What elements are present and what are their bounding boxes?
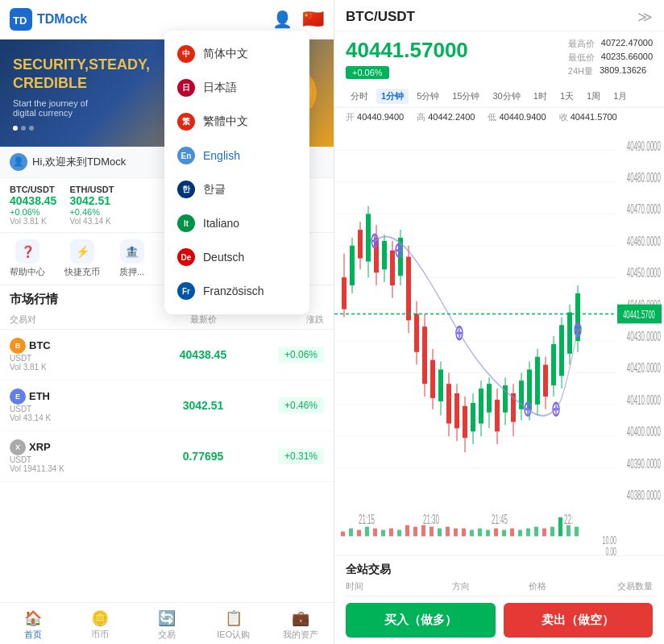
lang-flag-5: It [177, 214, 195, 232]
sell-button[interactable]: 卖出（做空） [504, 603, 654, 638]
xrp-coin-icon: X [10, 439, 26, 455]
lang-label-4: 한글 [203, 182, 226, 197]
svg-rect-127 [454, 529, 458, 537]
nav-assets[interactable]: 💼 我的资产 [267, 608, 334, 642]
time-tab-1月[interactable]: 1月 [608, 89, 632, 104]
user-icon[interactable]: 👤 [272, 10, 293, 29]
svg-text:0.00: 0.00 [605, 545, 616, 555]
svg-rect-136 [526, 529, 530, 537]
svg-rect-81 [551, 344, 556, 385]
btc-price-col: 40438.45 [139, 348, 268, 361]
trade-col-qty: 交易数量 [576, 580, 653, 592]
svg-rect-138 [542, 529, 546, 537]
time-tab-30分钟[interactable]: 30分钟 [488, 89, 525, 104]
svg-rect-113 [341, 531, 345, 536]
home-icon: 🏠 [24, 609, 42, 627]
lang-item-0[interactable]: 中简体中文 [164, 37, 309, 71]
time-tab-15分钟[interactable]: 15分钟 [447, 89, 484, 104]
svg-rect-117 [373, 529, 377, 537]
nav-home[interactable]: 🏠 首页 [0, 608, 67, 642]
close-ohlc-label: 收 40441.5700 [559, 111, 617, 123]
buy-button[interactable]: 买入（做多） [346, 603, 496, 638]
lang-label-7: Französisch [203, 285, 264, 297]
eth-vol: Vol 43.14 K [10, 413, 139, 422]
svg-text:40480.0000: 40480.0000 [627, 171, 661, 185]
chart-area: 40490.0000 40480.0000 40470.0000 40460.0… [334, 127, 664, 555]
ticker-eth[interactable]: ETH/USDT 3042.51 +0.46% Vol 43.14 K [69, 185, 114, 226]
eth-pair-name: E ETH [10, 388, 139, 405]
ticker-eth-price: 3042.51 [69, 194, 114, 207]
lang-item-2[interactable]: 繁繁體中文 [164, 105, 309, 139]
xrp-pair-col: X XRP USDT Vol 19411.34 K [10, 439, 139, 473]
lang-label-6: Deutsch [203, 251, 244, 264]
svg-rect-119 [389, 529, 393, 537]
market-row-eth[interactable]: E ETH USDT Vol 43.14 K 3042.51 +0.46% [0, 380, 334, 431]
pledge-icon: 🏦 [120, 239, 144, 264]
ticker-eth-vol: Vol 43.14 K [69, 217, 114, 226]
time-tab-1天[interactable]: 1天 [555, 89, 579, 104]
assets-icon: 💼 [292, 609, 309, 627]
time-tab-5分钟[interactable]: 5分钟 [412, 89, 444, 104]
right-panel: BTC/USDT ≫ 40441.57000 +0.06% 最高价 40722.… [334, 0, 664, 644]
lang-item-1[interactable]: 日日本語 [164, 71, 309, 105]
recharge-icon: ⚡ [70, 239, 94, 264]
svg-rect-85 [567, 313, 572, 354]
market-row-xrp[interactable]: X XRP USDT Vol 19411.34 K 0.77695 +0.31% [0, 431, 334, 482]
nav-recharge[interactable]: ⚡ 快捷充币 [64, 239, 100, 278]
open-label: 开 40440.9400 [346, 111, 404, 123]
ticker-btc[interactable]: BTC/USDT 40438.45 +0.06% Vol 3.81 K [10, 185, 56, 226]
high-label: 最高价 [568, 38, 595, 50]
svg-rect-137 [534, 527, 538, 537]
logo-text: TDMock [37, 12, 87, 27]
time-tab-分时[interactable]: 分时 [346, 89, 373, 104]
svg-rect-125 [438, 529, 442, 537]
header-icons: 👤 🇨🇳 [272, 9, 324, 30]
help-icon: ❓ [15, 239, 39, 264]
lang-item-3[interactable]: EnEnglish [164, 139, 309, 172]
svg-rect-65 [487, 384, 492, 412]
time-tab-1周[interactable]: 1周 [582, 89, 605, 104]
back-icon[interactable]: ≫ [637, 8, 653, 26]
nav-recharge-label: 快捷充币 [64, 266, 100, 278]
xrp-base: USDT [10, 455, 139, 464]
lang-label-3: English [203, 149, 240, 162]
svg-text:40420.0000: 40420.0000 [627, 362, 661, 376]
market-col-price: 最新价 [139, 314, 268, 326]
lang-item-5[interactable]: ItItaliano [164, 206, 309, 240]
price-info: 40441.57000 +0.06% 最高价 40722.47000 最低价 4… [334, 31, 664, 85]
lang-flag-3: En [177, 147, 195, 164]
nav-pledge[interactable]: 🏦 质押... [119, 239, 144, 278]
ohlc-row: 开 40440.9400 高 40442.2400 低 40440.9400 收… [334, 108, 664, 127]
svg-text:21:30: 21:30 [423, 513, 439, 527]
btc-pair-col: B BTC USDT Vol 3.81 K [10, 338, 139, 372]
svg-text:40410.0000: 40410.0000 [627, 393, 661, 408]
ticker-eth-pair: ETH/USDT [69, 185, 114, 194]
eth-base: USDT [10, 405, 139, 413]
xrp-pair-name: X XRP [10, 439, 139, 455]
nav-trade[interactable]: 🔄 交易 [134, 608, 201, 642]
market-row-btc[interactable]: B BTC USDT Vol 3.81 K 40438.45 +0.06% [0, 330, 334, 380]
left-panel: TD TDMock 👤 🇨🇳 SECURITY,STEADY,CREDIBLE … [0, 0, 334, 644]
nav-ieo[interactable]: 📋 IEO认购 [200, 608, 267, 642]
flag-icon[interactable]: 🇨🇳 [302, 9, 324, 30]
nav-coin[interactable]: 🪙 币币 [67, 608, 134, 642]
lang-flag-6: De [177, 248, 195, 266]
lang-item-7[interactable]: FrFranzösisch [164, 274, 309, 308]
btc-base: USDT [10, 354, 139, 363]
svg-text:40470.0000: 40470.0000 [627, 202, 661, 217]
low-stat: 最低价 40235.66000 [568, 52, 653, 64]
lang-flag-1: 日 [177, 79, 195, 97]
btc-change-col: +0.06% [268, 347, 324, 363]
btc-price: 40438.45 [139, 348, 268, 361]
time-tab-1分钟[interactable]: 1分钟 [376, 89, 409, 104]
lang-item-6[interactable]: DeDeutsch [164, 240, 309, 274]
lang-flag-4: 한 [177, 181, 195, 198]
trade-col-dir: 方向 [422, 580, 499, 592]
lang-label-1: 日本語 [203, 81, 237, 95]
time-tab-1时[interactable]: 1时 [529, 89, 552, 104]
svg-rect-59 [463, 406, 467, 438]
lang-item-4[interactable]: 한한글 [164, 172, 309, 206]
nav-help[interactable]: ❓ 帮助中心 [10, 239, 45, 278]
svg-rect-118 [381, 530, 385, 536]
svg-rect-122 [413, 527, 417, 537]
